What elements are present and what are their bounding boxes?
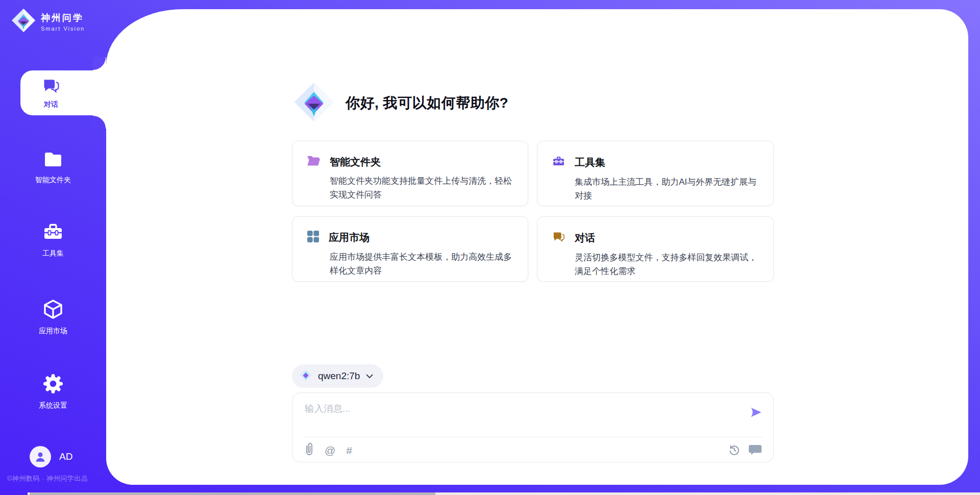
card-title: 应用市场 (329, 231, 370, 244)
greeting-block: 你好, 我可以如何帮助你? (293, 82, 508, 125)
avatar (30, 446, 51, 467)
user-profile[interactable]: AD (30, 446, 72, 467)
conversations-icon[interactable] (748, 443, 762, 458)
card-title: 对话 (575, 231, 595, 245)
tab-fillet-top (93, 57, 106, 70)
sidebar-item-label: 对话 (44, 100, 58, 109)
sidebar-item-chat-inner: 对话 (20, 70, 82, 115)
sidebar-item-label: 系统设置 (0, 401, 106, 410)
copyright-footer: ©神州数码 · 神州问学出品 (7, 474, 88, 483)
card-description: 灵活切换多模型文件，支持多样回复效果调试，满足个性化需求 (575, 251, 759, 278)
model-selector[interactable]: qwen2:7b (292, 364, 383, 388)
toolbox-icon (42, 236, 64, 244)
brand-name: 神州问学 (41, 12, 85, 24)
sidebar-item-chat-active[interactable]: 对话 (20, 70, 106, 115)
card-chat[interactable]: 对话 灵活切换多模型文件，支持多样回复效果调试，满足个性化需求 (537, 216, 774, 282)
horizontal-scrollbar-thumb[interactable] (30, 492, 435, 495)
card-description: 智能文件夹功能支持批量文件上传与清洗，轻松实现文件问答 (330, 174, 513, 202)
tab-fillet-bottom (93, 115, 106, 129)
sidebar-item-label: 应用市场 (0, 327, 106, 336)
card-app-market[interactable]: 应用市场 应用市场提供丰富长文本模板，助力高效生成多样化文章内容 (292, 216, 528, 282)
folder-icon (42, 162, 64, 171)
person-icon (34, 450, 47, 463)
toolbox-icon (552, 155, 566, 170)
cube-icon (42, 313, 64, 322)
card-toolset[interactable]: 工具集 集成市场上主流工具，助力AI与外界无缝扩展与对接 (537, 141, 774, 206)
topic-icon[interactable]: # (346, 444, 352, 457)
user-initials: AD (59, 451, 72, 462)
grid-icon (307, 230, 320, 245)
sidebar-item-smart-folder[interactable]: 智能文件夹 (0, 149, 106, 185)
model-name: qwen2:7b (318, 370, 360, 382)
chat-icon (42, 77, 60, 97)
horizontal-scrollbar-track[interactable] (28, 492, 980, 495)
brand-logo-block: 神州问学 Smart Vision (11, 8, 85, 35)
chat-icon (552, 230, 566, 245)
gear-icon (42, 388, 64, 397)
card-title: 工具集 (575, 156, 605, 169)
history-icon[interactable] (728, 443, 741, 458)
mention-icon[interactable]: @ (325, 444, 335, 457)
send-icon[interactable] (749, 405, 763, 419)
feature-cards: 智能文件夹 智能文件夹功能支持批量文件上传与清洗，轻松实现文件问答 (292, 141, 774, 282)
chevron-down-icon (366, 372, 373, 381)
composer-divider (303, 437, 763, 437)
card-title: 智能文件夹 (330, 155, 381, 169)
sidebar-item-settings[interactable]: 系统设置 (0, 373, 106, 410)
brand-diamond-icon (293, 82, 334, 125)
card-description: 集成市场上主流工具，助力AI与外界无缝扩展与对接 (575, 175, 759, 203)
card-smart-folder[interactable]: 智能文件夹 智能文件夹功能支持批量文件上传与清洗，轻松实现文件问答 (292, 141, 528, 206)
app-window: 神州问学 Smart Vision 对话 智能文件夹 (0, 0, 980, 495)
brand-diamond-icon (300, 369, 312, 383)
sidebar-item-label: 工具集 (0, 249, 106, 258)
brand-diamond-icon (11, 8, 36, 35)
folder-open-icon (307, 155, 321, 169)
message-input[interactable] (305, 402, 744, 433)
sidebar-item-app-market[interactable]: 应用市场 (0, 298, 106, 336)
composer-tools-right (728, 443, 762, 458)
attachment-icon[interactable] (305, 442, 314, 458)
greeting-title: 你好, 我可以如何帮助你? (346, 93, 508, 113)
sidebar-item-label: 智能文件夹 (0, 176, 106, 185)
composer-tools-left: @ # (305, 442, 352, 458)
sidebar-item-toolset[interactable]: 工具集 (0, 221, 106, 258)
message-composer: @ # (292, 392, 774, 462)
brand-subtitle: Smart Vision (41, 26, 85, 32)
card-description: 应用市场提供丰富长文本模板，助力高效生成多样化文章内容 (330, 250, 513, 278)
